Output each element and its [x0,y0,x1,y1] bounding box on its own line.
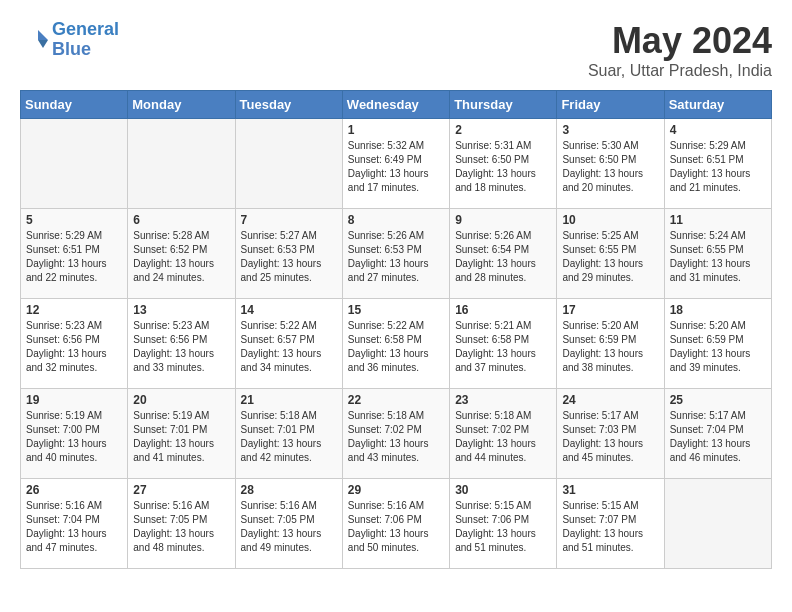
day-number: 9 [455,213,551,227]
table-row: 29Sunrise: 5:16 AMSunset: 7:06 PMDayligh… [342,479,449,569]
day-info: Sunrise: 5:27 AMSunset: 6:53 PMDaylight:… [241,229,337,285]
day-info: Sunrise: 5:20 AMSunset: 6:59 PMDaylight:… [562,319,658,375]
day-info: Sunrise: 5:16 AMSunset: 7:05 PMDaylight:… [241,499,337,555]
calendar-title: May 2024 [588,20,772,62]
table-row: 23Sunrise: 5:18 AMSunset: 7:02 PMDayligh… [450,389,557,479]
table-row [21,119,128,209]
day-info: Sunrise: 5:15 AMSunset: 7:06 PMDaylight:… [455,499,551,555]
day-info: Sunrise: 5:23 AMSunset: 6:56 PMDaylight:… [133,319,229,375]
day-info: Sunrise: 5:18 AMSunset: 7:02 PMDaylight:… [348,409,444,465]
day-number: 22 [348,393,444,407]
table-row [235,119,342,209]
table-row: 14Sunrise: 5:22 AMSunset: 6:57 PMDayligh… [235,299,342,389]
day-info: Sunrise: 5:26 AMSunset: 6:53 PMDaylight:… [348,229,444,285]
day-number: 6 [133,213,229,227]
day-number: 2 [455,123,551,137]
day-number: 21 [241,393,337,407]
col-sunday: Sunday [21,91,128,119]
table-row: 2Sunrise: 5:31 AMSunset: 6:50 PMDaylight… [450,119,557,209]
day-number: 20 [133,393,229,407]
day-info: Sunrise: 5:18 AMSunset: 7:02 PMDaylight:… [455,409,551,465]
table-row: 6Sunrise: 5:28 AMSunset: 6:52 PMDaylight… [128,209,235,299]
day-info: Sunrise: 5:31 AMSunset: 6:50 PMDaylight:… [455,139,551,195]
day-number: 18 [670,303,766,317]
svg-marker-1 [38,40,48,48]
day-number: 14 [241,303,337,317]
day-number: 16 [455,303,551,317]
table-row: 3Sunrise: 5:30 AMSunset: 6:50 PMDaylight… [557,119,664,209]
logo-line1: General [52,19,119,39]
header: General Blue May 2024 Suar, Uttar Prades… [20,20,772,80]
day-number: 27 [133,483,229,497]
day-number: 17 [562,303,658,317]
day-info: Sunrise: 5:30 AMSunset: 6:50 PMDaylight:… [562,139,658,195]
day-number: 1 [348,123,444,137]
logo: General Blue [20,20,119,60]
table-row: 28Sunrise: 5:16 AMSunset: 7:05 PMDayligh… [235,479,342,569]
table-row: 20Sunrise: 5:19 AMSunset: 7:01 PMDayligh… [128,389,235,479]
day-number: 15 [348,303,444,317]
day-info: Sunrise: 5:17 AMSunset: 7:04 PMDaylight:… [670,409,766,465]
day-info: Sunrise: 5:19 AMSunset: 7:00 PMDaylight:… [26,409,122,465]
svg-marker-0 [38,30,48,40]
day-info: Sunrise: 5:24 AMSunset: 6:55 PMDaylight:… [670,229,766,285]
table-row: 27Sunrise: 5:16 AMSunset: 7:05 PMDayligh… [128,479,235,569]
table-row: 16Sunrise: 5:21 AMSunset: 6:58 PMDayligh… [450,299,557,389]
day-info: Sunrise: 5:29 AMSunset: 6:51 PMDaylight:… [26,229,122,285]
table-row: 22Sunrise: 5:18 AMSunset: 7:02 PMDayligh… [342,389,449,479]
day-info: Sunrise: 5:25 AMSunset: 6:55 PMDaylight:… [562,229,658,285]
table-row: 19Sunrise: 5:19 AMSunset: 7:00 PMDayligh… [21,389,128,479]
day-info: Sunrise: 5:16 AMSunset: 7:05 PMDaylight:… [133,499,229,555]
day-number: 29 [348,483,444,497]
col-saturday: Saturday [664,91,771,119]
table-row: 1Sunrise: 5:32 AMSunset: 6:49 PMDaylight… [342,119,449,209]
day-number: 24 [562,393,658,407]
calendar-header-row: Sunday Monday Tuesday Wednesday Thursday… [21,91,772,119]
col-monday: Monday [128,91,235,119]
day-info: Sunrise: 5:23 AMSunset: 6:56 PMDaylight:… [26,319,122,375]
title-area: May 2024 Suar, Uttar Pradesh, India [588,20,772,80]
table-row: 26Sunrise: 5:16 AMSunset: 7:04 PMDayligh… [21,479,128,569]
calendar-week-row: 1Sunrise: 5:32 AMSunset: 6:49 PMDaylight… [21,119,772,209]
table-row: 5Sunrise: 5:29 AMSunset: 6:51 PMDaylight… [21,209,128,299]
day-number: 4 [670,123,766,137]
day-number: 12 [26,303,122,317]
day-info: Sunrise: 5:20 AMSunset: 6:59 PMDaylight:… [670,319,766,375]
table-row: 21Sunrise: 5:18 AMSunset: 7:01 PMDayligh… [235,389,342,479]
table-row: 8Sunrise: 5:26 AMSunset: 6:53 PMDaylight… [342,209,449,299]
day-info: Sunrise: 5:22 AMSunset: 6:57 PMDaylight:… [241,319,337,375]
table-row: 25Sunrise: 5:17 AMSunset: 7:04 PMDayligh… [664,389,771,479]
table-row [664,479,771,569]
table-row: 18Sunrise: 5:20 AMSunset: 6:59 PMDayligh… [664,299,771,389]
day-number: 31 [562,483,658,497]
table-row: 9Sunrise: 5:26 AMSunset: 6:54 PMDaylight… [450,209,557,299]
calendar-week-row: 19Sunrise: 5:19 AMSunset: 7:00 PMDayligh… [21,389,772,479]
table-row: 15Sunrise: 5:22 AMSunset: 6:58 PMDayligh… [342,299,449,389]
day-info: Sunrise: 5:21 AMSunset: 6:58 PMDaylight:… [455,319,551,375]
day-number: 30 [455,483,551,497]
logo-text: General Blue [52,20,119,60]
day-info: Sunrise: 5:28 AMSunset: 6:52 PMDaylight:… [133,229,229,285]
day-info: Sunrise: 5:29 AMSunset: 6:51 PMDaylight:… [670,139,766,195]
table-row: 12Sunrise: 5:23 AMSunset: 6:56 PMDayligh… [21,299,128,389]
table-row: 30Sunrise: 5:15 AMSunset: 7:06 PMDayligh… [450,479,557,569]
day-number: 23 [455,393,551,407]
table-row: 17Sunrise: 5:20 AMSunset: 6:59 PMDayligh… [557,299,664,389]
table-row: 13Sunrise: 5:23 AMSunset: 6:56 PMDayligh… [128,299,235,389]
day-info: Sunrise: 5:16 AMSunset: 7:04 PMDaylight:… [26,499,122,555]
calendar-week-row: 26Sunrise: 5:16 AMSunset: 7:04 PMDayligh… [21,479,772,569]
table-row: 10Sunrise: 5:25 AMSunset: 6:55 PMDayligh… [557,209,664,299]
day-number: 26 [26,483,122,497]
day-number: 3 [562,123,658,137]
table-row: 11Sunrise: 5:24 AMSunset: 6:55 PMDayligh… [664,209,771,299]
table-row [128,119,235,209]
day-info: Sunrise: 5:19 AMSunset: 7:01 PMDaylight:… [133,409,229,465]
day-number: 13 [133,303,229,317]
day-info: Sunrise: 5:17 AMSunset: 7:03 PMDaylight:… [562,409,658,465]
calendar-week-row: 12Sunrise: 5:23 AMSunset: 6:56 PMDayligh… [21,299,772,389]
logo-line2: Blue [52,39,91,59]
day-info: Sunrise: 5:22 AMSunset: 6:58 PMDaylight:… [348,319,444,375]
day-number: 28 [241,483,337,497]
col-tuesday: Tuesday [235,91,342,119]
day-number: 5 [26,213,122,227]
